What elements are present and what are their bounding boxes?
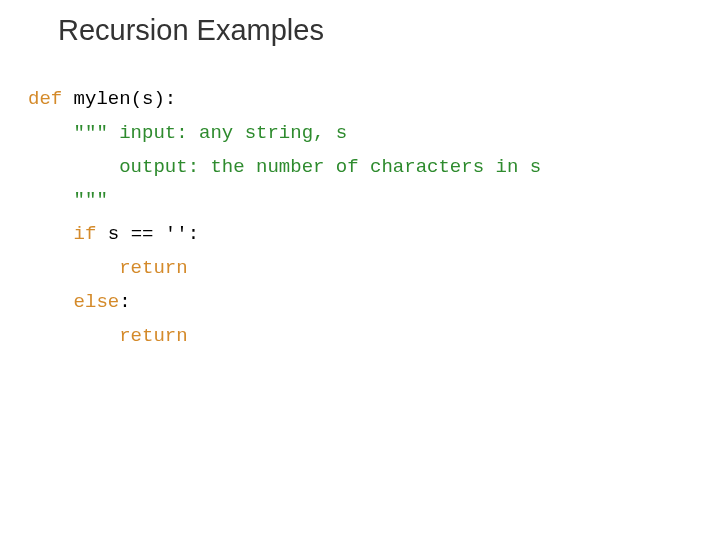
keyword-return: return [119, 325, 187, 347]
indent [28, 325, 119, 347]
code-text: mylen(s): [62, 88, 176, 110]
docstring: output: the number of characters in s [28, 156, 541, 178]
keyword-def: def [28, 88, 62, 110]
indent [28, 291, 74, 313]
code-line-4: """ [28, 184, 720, 218]
code-line-5: if s == '': [28, 218, 720, 252]
code-line-6: return [28, 252, 720, 286]
code-line-7: else: [28, 286, 720, 320]
code-line-8: return [28, 320, 720, 354]
keyword-return: return [119, 257, 187, 279]
keyword-else: else [74, 291, 120, 313]
docstring: """ input: any string, s [28, 122, 347, 144]
code-line-1: def mylen(s): [28, 83, 720, 117]
code-block: def mylen(s): """ input: any string, s o… [0, 47, 720, 354]
code-text: : [119, 291, 130, 313]
code-line-3: output: the number of characters in s [28, 151, 720, 185]
indent [28, 257, 119, 279]
code-text: s == '': [96, 223, 199, 245]
slide-title: Recursion Examples [0, 0, 720, 47]
docstring: """ [28, 189, 108, 211]
code-line-2: """ input: any string, s [28, 117, 720, 151]
keyword-if: if [74, 223, 97, 245]
indent [28, 223, 74, 245]
